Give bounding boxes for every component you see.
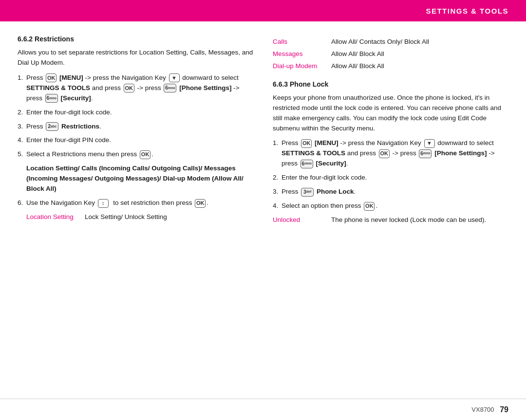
left-step-5: 5. Select a Restrictions menu then press…	[18, 149, 253, 160]
ok-icon-r3: OK	[364, 202, 375, 211]
footer-page: 79	[500, 405, 508, 414]
right-def-row-unlocked: Unlocked The phone is never locked (Lock…	[273, 215, 508, 225]
ok-icon-r1: OK	[301, 139, 312, 148]
unlocked-desc: The phone is never locked (Lock mode can…	[331, 215, 508, 225]
ok-icon-1: OK	[46, 73, 56, 82]
header-title: SETTINGS & TOOLS	[426, 7, 508, 15]
ok-icon-3: OK	[140, 150, 150, 159]
left-step-4: 4. Enter the four-digit PIN code.	[18, 135, 253, 146]
left-column: 6.6.2 Restrictions Allows you to set sep…	[18, 35, 253, 389]
messages-desc: Allow All/ Block All	[331, 49, 508, 59]
ok-icon-r2: OK	[379, 149, 390, 158]
num-6-icon-1: 6mno	[164, 84, 176, 92]
dialup-desc: Allow All/ Block All	[331, 61, 508, 72]
nav-icon-r1: ▼	[424, 139, 435, 148]
ok-icon-2: OK	[124, 84, 134, 92]
left-intro: Allows you to set separate restrictions …	[18, 48, 253, 68]
left-bold-item: Location Setting/ Calls (Incoming Calls/…	[18, 164, 253, 194]
num-6-icon-r2: 6mno	[301, 160, 313, 168]
num-3-icon: 3def	[301, 188, 314, 197]
right-step-1: 1. Press OK [MENU] -> press the Navigati…	[273, 138, 508, 169]
left-def-row-location: Location Setting Lock Setting/ Unlock Se…	[26, 212, 253, 222]
footer-model: VX8700	[471, 406, 494, 413]
left-step-2: 2. Enter the four-digit lock code.	[18, 108, 253, 118]
right-step-2: 2. Enter the four-digit lock code.	[273, 173, 508, 183]
num-6-icon-r1: 6mno	[419, 149, 432, 158]
nav-icon-2: ↕	[98, 199, 109, 208]
left-def-table: Location Setting Lock Setting/ Unlock Se…	[26, 212, 253, 222]
dialup-term: Dial-up Modem	[273, 61, 331, 72]
right-step-4: 4. Select an option then press OK.	[273, 201, 508, 211]
messages-term: Messages	[273, 49, 331, 59]
calls-desc: Allow All/ Contacts Only/ Block All	[331, 37, 508, 47]
num-2-icon: 2abc	[46, 122, 58, 131]
right-column: Calls Allow All/ Contacts Only/ Block Al…	[273, 35, 508, 389]
ok-icon-4: OK	[195, 199, 206, 208]
right-def-row-dialup: Dial-up Modem Allow All/ Block All	[273, 61, 508, 72]
location-setting-term: Location Setting	[26, 212, 85, 222]
right-section-title: 6.6.3 Phone Lock	[273, 80, 508, 88]
location-setting-desc: Lock Setting/ Unlock Setting	[85, 212, 253, 222]
right-top-def-table: Calls Allow All/ Contacts Only/ Block Al…	[273, 37, 508, 72]
header-bar: SETTINGS & TOOLS	[0, 0, 526, 21]
left-step-6: 6. Use the Navigation Key ↕ to set restr…	[18, 198, 253, 208]
left-step-1: 1. Press OK [MENU] -> press the Navigati…	[18, 73, 253, 104]
right-intro: Keeps your phone from unauthorized use. …	[273, 93, 508, 134]
right-step-3: 3. Press 3def Phone Lock.	[273, 187, 508, 197]
calls-term: Calls	[273, 37, 331, 47]
footer: VX8700 79	[0, 399, 526, 420]
left-step-3: 3. Press 2abc Restrictions.	[18, 122, 253, 132]
right-def-row-messages: Messages Allow All/ Block All	[273, 49, 508, 59]
nav-icon-1: ▼	[169, 73, 180, 82]
num-6-icon-2: 6mno	[45, 94, 58, 103]
right-def-table: Unlocked The phone is never locked (Lock…	[273, 215, 508, 225]
right-def-row-calls: Calls Allow All/ Contacts Only/ Block Al…	[273, 37, 508, 47]
left-section-title: 6.6.2 Restrictions	[18, 35, 253, 43]
unlocked-term: Unlocked	[273, 215, 331, 225]
